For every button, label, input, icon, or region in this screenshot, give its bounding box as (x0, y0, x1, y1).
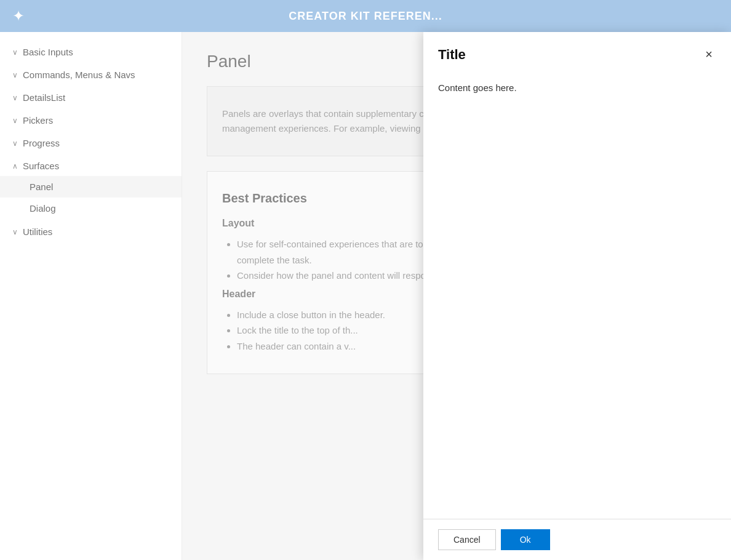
dialog-body: Content goes here. (423, 73, 731, 519)
dialog-header: Title × (423, 32, 731, 73)
dialog-title: Title (438, 47, 466, 63)
main-layout: ∨ Basic Inputs ∨ Commands, Menus & Navs … (0, 32, 731, 560)
app-title: CREATOR KIT REFEREN... (289, 10, 442, 23)
app-header: ✦ CREATOR KIT REFEREN... (0, 0, 731, 32)
dialog-footer: Cancel Ok (423, 519, 731, 560)
dialog-body-text: Content goes here. (438, 82, 716, 93)
app-logo-icon: ✦ (12, 7, 25, 25)
dialog-panel: Title × Content goes here. Cancel Ok (423, 32, 731, 560)
dialog-close-button[interactable]: × (701, 47, 716, 62)
ok-button[interactable]: Ok (501, 529, 550, 550)
cancel-button[interactable]: Cancel (438, 529, 496, 550)
